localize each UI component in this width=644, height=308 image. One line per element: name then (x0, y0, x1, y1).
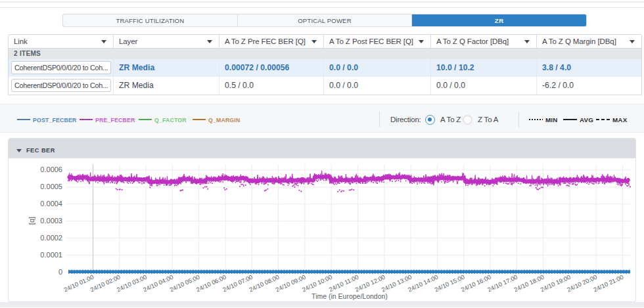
svg-text:0: 0 (58, 268, 62, 276)
svg-text:Time (in Europe/London): Time (in Europe/London) (311, 292, 388, 300)
svg-text:24/10 21:00: 24/10 21:00 (593, 274, 625, 294)
svg-text:0.0001: 0.0001 (40, 251, 62, 259)
svg-text:24/10 10:00: 24/10 10:00 (301, 274, 333, 294)
svg-text:0.0006: 0.0006 (40, 165, 62, 173)
svg-text:0.0005: 0.0005 (40, 183, 62, 190)
svg-text:[q]: [q] (28, 217, 35, 225)
svg-text:0.0002: 0.0002 (40, 234, 62, 242)
svg-text:0.0003: 0.0003 (40, 217, 62, 225)
svg-text:0.0004: 0.0004 (40, 200, 62, 208)
